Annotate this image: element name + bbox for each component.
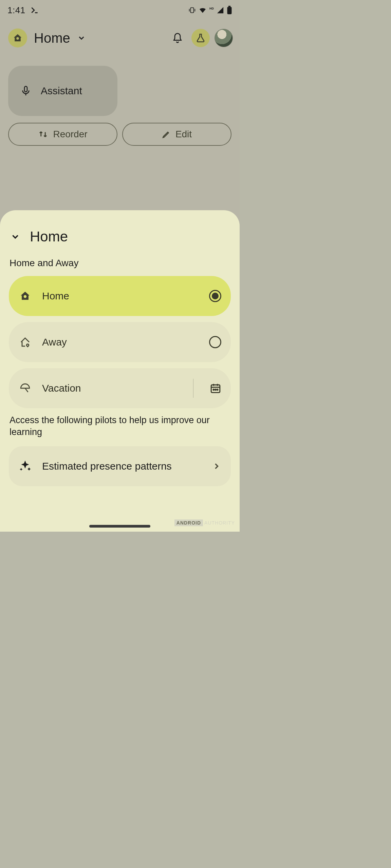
avatar[interactable]: [215, 29, 233, 47]
assistant-label: Assistant: [41, 85, 82, 97]
section-label: Home and Away: [10, 258, 230, 269]
option-away-label: Away: [42, 336, 199, 348]
notifications-button[interactable]: [168, 29, 187, 47]
vibrate-icon: [188, 6, 196, 14]
home-icon: [19, 290, 31, 302]
option-home[interactable]: Home: [9, 276, 231, 316]
chevron-right-icon: [212, 461, 221, 471]
mic-icon: [20, 85, 31, 96]
option-vacation[interactable]: Vacation: [9, 368, 231, 408]
status-bar: 1:41 HD: [0, 0, 240, 20]
radio-selected-icon: [209, 290, 221, 302]
hd-indicator: HD: [209, 7, 214, 10]
svg-rect-4: [227, 7, 232, 14]
option-vacation-label: Vacation: [42, 382, 177, 394]
reorder-button[interactable]: Reorder: [8, 123, 117, 146]
option-away[interactable]: Away: [9, 322, 231, 362]
app-bar: Home: [0, 20, 240, 56]
assistant-card[interactable]: Assistant: [8, 66, 117, 116]
svg-point-12: [213, 389, 214, 390]
presence-patterns-label: Estimated presence patterns: [42, 460, 202, 472]
svg-point-14: [217, 389, 218, 390]
sheet-title: Home: [30, 229, 68, 245]
navigation-handle[interactable]: [89, 525, 150, 528]
reorder-icon: [38, 129, 48, 139]
presence-patterns-item[interactable]: Estimated presence patterns: [9, 446, 231, 486]
flask-icon: [196, 33, 206, 43]
svg-point-7: [26, 344, 29, 347]
bottom-sheet: Home Home and Away Home Away Vacation Ac…: [0, 210, 240, 532]
watermark: ANDROIDAUTHORITY: [174, 520, 235, 526]
signal-icon: [217, 6, 224, 14]
battery-icon: [227, 6, 232, 15]
collapse-icon[interactable]: [10, 232, 20, 242]
away-icon: [19, 336, 31, 348]
reorder-label: Reorder: [53, 129, 87, 140]
svg-point-13: [215, 389, 216, 390]
home-chip-icon[interactable]: [8, 28, 27, 47]
app-title[interactable]: Home: [34, 31, 70, 46]
svg-rect-5: [228, 6, 231, 7]
pencil-icon: [162, 130, 171, 139]
separator: [193, 379, 193, 398]
option-home-label: Home: [42, 290, 199, 302]
wifi-icon: [199, 6, 207, 14]
svg-rect-1: [190, 8, 193, 13]
edit-label: Edit: [175, 129, 192, 140]
edit-button[interactable]: Edit: [122, 123, 231, 146]
calendar-icon[interactable]: [210, 382, 221, 394]
sparkle-icon: [18, 459, 32, 473]
radio-unselected-icon: [209, 336, 221, 348]
labs-button[interactable]: [191, 29, 210, 47]
chevron-down-icon[interactable]: [77, 34, 86, 42]
umbrella-icon: [19, 382, 31, 394]
svg-rect-6: [24, 86, 27, 92]
pilots-hint: Access the following pilots to help us i…: [10, 414, 230, 438]
terminal-icon: [30, 6, 39, 15]
status-time: 1:41: [7, 5, 25, 16]
bell-icon: [172, 33, 183, 43]
